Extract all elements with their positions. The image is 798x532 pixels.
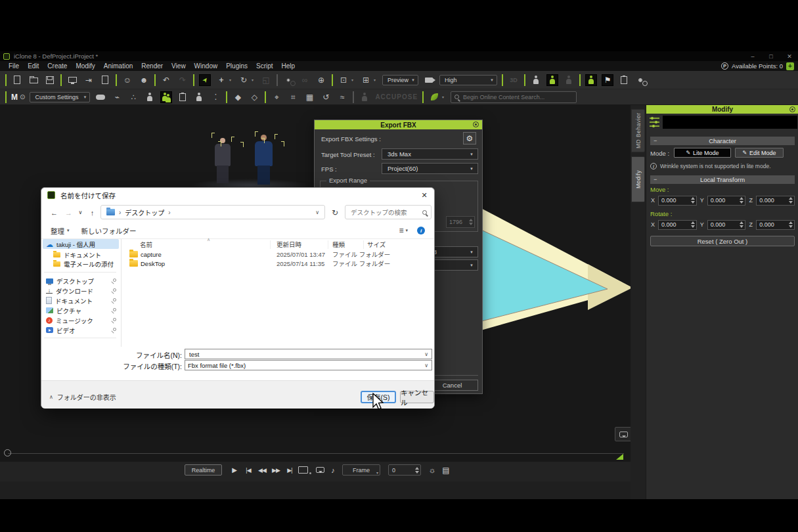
timeline-panel-icon[interactable] (441, 464, 451, 476)
move-y-field[interactable]: 0.000 (707, 196, 746, 206)
content-search-input[interactable] (462, 93, 573, 101)
sliders-icon[interactable] (649, 116, 660, 129)
grid-icon[interactable] (303, 91, 315, 103)
display-settings-icon[interactable] (427, 464, 437, 476)
unlink-icon[interactable] (299, 74, 311, 86)
flag-icon[interactable] (602, 74, 613, 86)
loop-icon[interactable] (320, 91, 332, 103)
nav-forward-button[interactable] (63, 207, 74, 218)
sidebar-item-downloads[interactable]: ダウンロード (43, 286, 119, 296)
actor-disabled-icon[interactable] (563, 74, 575, 86)
sidebar-item-documents[interactable]: ドキュメント (43, 296, 119, 305)
face-tool-icon[interactable] (138, 74, 150, 86)
column-header-type[interactable]: 種類 (332, 240, 345, 249)
loop-option-dot-icon[interactable] (309, 472, 311, 474)
comment-button[interactable] (615, 427, 631, 441)
walk-icon[interactable] (193, 91, 205, 103)
redo-icon[interactable] (177, 74, 188, 86)
keyframe-icon[interactable] (232, 91, 244, 103)
dummy-object-icon[interactable] (360, 74, 372, 86)
menu-window[interactable]: Window (194, 62, 218, 70)
close-button[interactable]: ✕ (781, 51, 798, 61)
export-settings-gear-button[interactable] (463, 132, 476, 144)
move-z-field[interactable]: 0.000 (756, 196, 795, 206)
column-header-name[interactable]: 名前 (140, 240, 152, 249)
menu-help[interactable]: Help (282, 62, 296, 70)
chevron-down-icon[interactable] (424, 351, 428, 357)
motion-link-icon[interactable] (634, 74, 646, 86)
dummy-dropdown-icon[interactable] (374, 78, 378, 82)
rotate-tool-icon[interactable] (238, 74, 250, 86)
rotate-x-field[interactable]: 0.000 (658, 220, 697, 230)
gizmo-dropdown-icon[interactable] (351, 78, 355, 82)
sidebar-item-documents-onedrive[interactable]: ドキュメント (43, 250, 119, 259)
view-mode-icon[interactable] (399, 226, 403, 235)
edit-mode-button[interactable]: Edit Mode (735, 148, 784, 158)
menu-create[interactable]: Create (47, 62, 67, 70)
export-media-icon[interactable] (83, 74, 95, 86)
local-transform-section-header[interactable]: − Local Transform (650, 175, 795, 184)
breadcrumb-folder[interactable]: デスクトップ (125, 208, 164, 217)
curve-icon[interactable] (336, 91, 348, 103)
cancel-button[interactable]: キャンセル (400, 391, 434, 403)
column-header-size[interactable]: サイズ (367, 240, 386, 249)
search-box[interactable] (345, 205, 432, 219)
timeline-track[interactable] (8, 453, 624, 454)
filename-field[interactable] (185, 349, 432, 359)
realtime-button[interactable]: Realtime (185, 464, 222, 476)
sidebar-item-pictures[interactable]: ピクチャ (43, 305, 119, 315)
save-dialog-close-button[interactable] (418, 189, 430, 201)
menu-script[interactable]: Script (256, 62, 273, 70)
column-header-date[interactable]: 更新日時 (277, 240, 301, 249)
actor-icon[interactable] (530, 74, 542, 86)
actor-up-icon[interactable] (144, 91, 156, 103)
save-project-icon[interactable] (44, 74, 56, 86)
loop-range-icon[interactable] (298, 466, 308, 474)
add-points-button[interactable]: + (786, 62, 794, 70)
sidebar-item-videos[interactable]: ビデオ (43, 325, 119, 335)
menu-animation[interactable]: Animation (104, 62, 133, 70)
organize-button[interactable]: 整理 (51, 226, 64, 236)
select-tool-icon[interactable] (199, 74, 211, 86)
organize-dropdown-icon[interactable] (67, 228, 70, 233)
crowd-icon[interactable] (160, 91, 172, 103)
panel-close-icon[interactable] (789, 106, 795, 112)
clipboard-icon[interactable] (618, 74, 630, 86)
render-mode-dropdown[interactable]: Preview (382, 75, 418, 85)
custom-settings-dropdown[interactable]: Custom Settings (30, 92, 90, 102)
export-dialog-titlebar[interactable]: Export FBX (315, 120, 482, 129)
menu-modify[interactable]: Modify (76, 62, 95, 70)
frame-mode-dropdown[interactable]: Frame (342, 464, 380, 476)
maximize-button[interactable]: □ (763, 51, 780, 61)
previous-frame-button[interactable] (256, 464, 268, 476)
file-row-desktop[interactable]: DeskTop 2025/07/14 11:35 ファイル フォルダー (122, 259, 434, 268)
search-input[interactable] (349, 208, 420, 217)
next-frame-button[interactable] (270, 464, 282, 476)
look-at-icon[interactable] (271, 91, 282, 103)
refresh-button[interactable] (329, 206, 341, 219)
rotate-tool-dropdown-icon[interactable] (252, 78, 255, 82)
move-tool-dropdown-icon[interactable] (229, 78, 233, 82)
column-separator[interactable] (363, 240, 364, 249)
target-preset-dropdown[interactable]: 3ds Max (382, 148, 478, 160)
link-icon[interactable] (282, 74, 294, 86)
fps-dropdown[interactable]: Project(60) (382, 163, 478, 174)
quality-dropdown[interactable]: High (439, 75, 497, 85)
go-to-end-button[interactable] (284, 464, 296, 476)
menu-file[interactable]: File (9, 62, 19, 70)
track-icon[interactable] (287, 91, 299, 103)
gizmo-icon[interactable] (338, 74, 349, 86)
sidebar-item-onedrive[interactable]: takuji - 個人用 (43, 239, 119, 249)
gamepad-icon[interactable] (95, 91, 106, 103)
open-project-icon[interactable] (28, 74, 39, 86)
pin-tool-icon[interactable] (315, 74, 327, 86)
minimize-button[interactable]: – (744, 51, 761, 61)
tab-modify[interactable]: Modify (631, 156, 645, 202)
menu-view[interactable]: View (171, 62, 186, 70)
frame-spinner[interactable] (415, 467, 420, 474)
content-search[interactable] (451, 91, 577, 103)
headshot-tool-icon[interactable] (122, 74, 133, 86)
character-section-header[interactable]: − Character (650, 137, 795, 145)
footsteps-icon[interactable] (210, 91, 221, 103)
accupose-icon[interactable] (359, 91, 370, 103)
